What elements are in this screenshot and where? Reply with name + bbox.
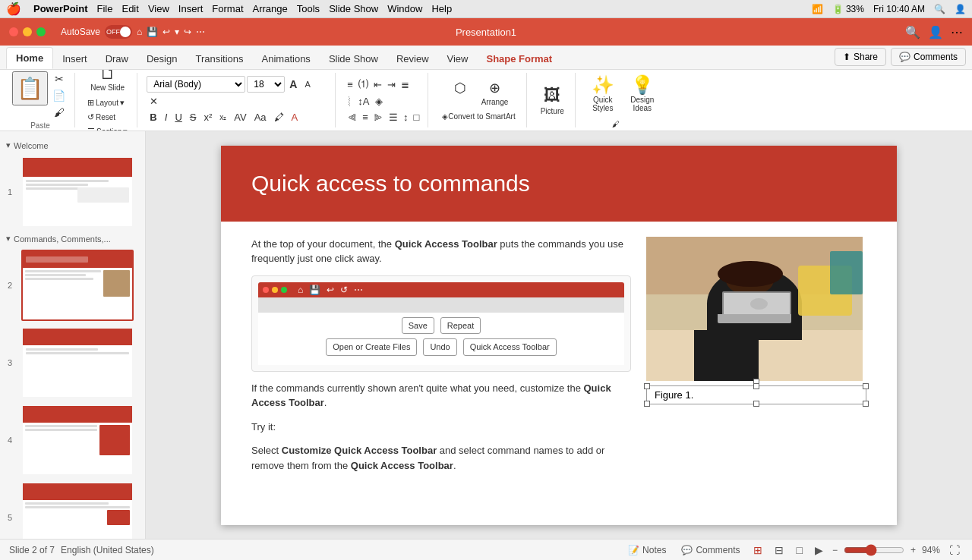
undo-icon[interactable]: ↩ — [163, 27, 170, 37]
search-icon[interactable]: 🔍 — [905, 25, 920, 39]
tab-transitions[interactable]: Transitions — [186, 49, 252, 69]
slide-thumb-1[interactable] — [21, 156, 134, 228]
arrange-button[interactable]: ⊕ Arrange — [477, 77, 513, 109]
picture-button[interactable]: 🖼 Picture — [536, 83, 569, 118]
home-icon[interactable]: ⌂ — [137, 27, 142, 37]
menu-format[interactable]: Format — [212, 3, 243, 14]
section-commands[interactable]: ▾ Commands, Comments,... — [0, 231, 145, 247]
tab-review[interactable]: Review — [387, 49, 438, 69]
font-size-increase-button[interactable]: A — [286, 77, 300, 92]
format-painting-button[interactable]: 🖌 — [608, 117, 638, 131]
menu-window[interactable]: Window — [387, 3, 422, 14]
font-color-button[interactable]: A — [289, 110, 301, 124]
tab-view[interactable]: View — [438, 49, 478, 69]
copy-button[interactable]: 📄 — [49, 88, 68, 103]
account-icon[interactable]: 👤 — [928, 25, 943, 39]
line-spacing-button[interactable]: ↕ — [401, 110, 411, 124]
normal-view-button[interactable]: ⊞ — [750, 543, 765, 558]
align-center-button[interactable]: ≡ — [360, 110, 371, 124]
slide-canvas-area[interactable]: Quick access to commands At the top of y… — [146, 131, 972, 539]
overflow-icon[interactable]: ⋯ — [951, 25, 963, 39]
slide-sorter-button[interactable]: ⊟ — [772, 543, 787, 558]
more-icon[interactable]: ⋯ — [196, 27, 205, 37]
share-button[interactable]: ⬆ Share — [835, 48, 886, 66]
menu-file[interactable]: File — [97, 3, 113, 14]
tab-home[interactable]: Home — [6, 47, 53, 69]
numbered-list-button[interactable]: ⑴ — [356, 76, 371, 93]
convert-smartart-button[interactable]: ◈ — [373, 94, 385, 109]
section-welcome[interactable]: ▾ Welcome — [0, 137, 145, 153]
undo-dropdown-icon[interactable]: ▾ — [175, 27, 179, 37]
zoom-plus-icon[interactable]: + — [910, 545, 916, 555]
menu-help[interactable]: Help — [431, 3, 452, 14]
italic-button[interactable]: I — [162, 110, 171, 124]
user-icon[interactable]: 👤 — [955, 4, 966, 14]
tab-slideshow[interactable]: Slide Show — [320, 49, 387, 69]
paste-button[interactable]: 📋 — [12, 71, 48, 105]
clear-format-button[interactable]: ✕ — [147, 94, 161, 109]
text-direction-button[interactable]: ↕A — [355, 94, 371, 109]
section-button[interactable]: ☰ Section ▾ — [84, 125, 131, 131]
slide-thumb-2[interactable] — [21, 250, 134, 321]
maximize-button[interactable] — [36, 27, 46, 36]
design-ideas-button[interactable]: 💡 Design Ideas — [624, 70, 661, 117]
zoom-minus-icon[interactable]: − — [832, 545, 838, 555]
format-painter-button[interactable]: 🖌 — [49, 105, 68, 120]
font-size-select[interactable]: 18 — [247, 76, 285, 93]
tab-design[interactable]: Design — [137, 49, 186, 69]
autosave-toggle[interactable]: OFF — [105, 25, 132, 39]
presenter-view-button[interactable]: ▶ — [812, 543, 826, 558]
align-right-button[interactable]: ⫸ — [371, 110, 386, 124]
person-image[interactable] — [646, 237, 863, 381]
text-case-button[interactable]: Aa — [251, 110, 270, 124]
close-button[interactable] — [9, 27, 18, 36]
text-highlight-button[interactable]: 🖍 — [271, 110, 287, 124]
menu-view[interactable]: View — [148, 3, 169, 14]
menu-arrange[interactable]: Arrange — [253, 3, 288, 14]
textbox-handle-top[interactable] — [753, 383, 759, 389]
slide-thumb-5[interactable] — [21, 482, 134, 539]
menu-slideshow[interactable]: Slide Show — [329, 3, 378, 14]
slide-thumb-4[interactable] — [21, 404, 134, 476]
apple-icon[interactable]: 🍎 — [6, 2, 21, 16]
quick-styles-button[interactable]: ✨ Quick Styles — [585, 70, 621, 117]
redo-icon[interactable]: ↩ — [184, 27, 191, 37]
textbox-handle-tr[interactable] — [863, 383, 869, 389]
layout-button[interactable]: ⊞ Layout ▾ — [84, 96, 131, 109]
textbox-handle-tl[interactable] — [644, 383, 650, 389]
search-icon[interactable]: 🔍 — [934, 4, 945, 14]
menu-edit[interactable]: Edit — [122, 3, 138, 14]
bullet-list-button[interactable]: ≡ — [345, 76, 355, 93]
tab-shape-format[interactable]: Shape Format — [478, 49, 562, 69]
textbox-handle-br[interactable] — [863, 401, 869, 407]
menu-tools[interactable]: Tools — [297, 3, 320, 14]
convert-smartart-btn[interactable]: ◈ Convert to SmartArt — [437, 109, 519, 124]
reset-button[interactable]: ↺ Reset — [84, 111, 131, 124]
save-icon[interactable]: 💾 — [147, 27, 158, 37]
reading-view-button[interactable]: □ — [793, 543, 805, 558]
zoom-slider[interactable] — [844, 544, 904, 556]
increase-indent-button[interactable]: ⇥ — [385, 76, 398, 93]
notes-button[interactable]: 📝 Notes — [623, 543, 671, 557]
textbox-handle-bottom[interactable] — [753, 401, 759, 407]
comments-status-button[interactable]: 💬 Comments — [677, 543, 744, 557]
bold-button[interactable]: B — [147, 110, 159, 124]
slide-thumb-3[interactable] — [21, 327, 134, 398]
align-left-button[interactable]: ⫷ — [345, 110, 359, 124]
app-name[interactable]: PowerPoint — [33, 3, 88, 14]
subscript-button[interactable]: x₂ — [216, 112, 229, 123]
tab-insert[interactable]: Insert — [53, 49, 96, 69]
menu-insert[interactable]: Insert — [178, 3, 204, 14]
decrease-indent-button[interactable]: ⇤ — [371, 76, 384, 93]
new-slide-button[interactable]: 🗋 New Slide — [86, 70, 129, 95]
cut-button[interactable]: ✂ — [49, 71, 68, 87]
font-size-decrease-button[interactable]: A — [301, 78, 313, 90]
superscript-button[interactable]: x² — [200, 110, 215, 124]
strikethrough-button[interactable]: S — [187, 110, 200, 124]
figure-caption-textbox[interactable]: Figure 1. — [646, 385, 866, 404]
underline-button[interactable]: U — [172, 110, 185, 124]
font-family-select[interactable]: Arial (Body) — [147, 76, 245, 93]
list-style-button[interactable]: ≣ — [399, 76, 412, 93]
comments-button[interactable]: 💬 Comments — [891, 48, 966, 66]
justify-button[interactable]: ☰ — [387, 110, 400, 124]
